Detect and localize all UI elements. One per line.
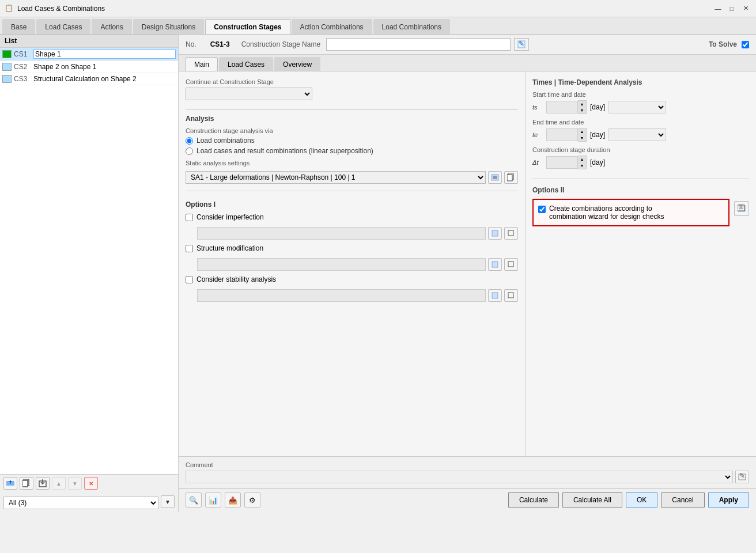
delta-input[interactable] (546, 156, 578, 169)
tab-load-cases[interactable]: Load Cases (36, 19, 90, 34)
imperfection-checkbox[interactable] (186, 214, 193, 221)
structure-mod-copy-btn[interactable] (504, 258, 518, 271)
close-btn[interactable]: ✕ (740, 3, 751, 14)
sub-tab-load-cases[interactable]: Load Cases (219, 57, 273, 71)
export-bottom-btn[interactable]: 📤 (225, 493, 241, 507)
stability-label[interactable]: Consider stability analysis (186, 275, 276, 283)
window-controls[interactable]: — □ ✕ (712, 3, 751, 14)
continue-label: Continue at Construction Stage (186, 78, 518, 85)
calculate-all-btn[interactable]: Calculate All (562, 492, 622, 508)
down-btn[interactable]: ▼ (68, 477, 82, 490)
continue-dropdown[interactable] (186, 88, 312, 100)
structure-mod-label[interactable]: Structure modification (186, 244, 263, 252)
delta-down-btn[interactable]: ▼ (578, 162, 586, 169)
te-input[interactable] (546, 128, 578, 141)
static-settings-btn[interactable] (488, 171, 502, 184)
structure-mod-checkbox[interactable] (186, 245, 193, 252)
imperfection-input[interactable] (197, 227, 486, 240)
calculate-btn[interactable]: Calculate (508, 492, 559, 508)
delta-up-btn[interactable]: ▲ (578, 156, 586, 162)
tab-actions[interactable]: Actions (92, 19, 131, 34)
item-id: CS2 (14, 63, 31, 71)
combo-wizard-label[interactable]: Create combinations according tocombinat… (538, 204, 664, 221)
structure-mod-settings-btn[interactable] (488, 258, 502, 271)
ts-date-select[interactable] (608, 101, 666, 113)
te-date-select[interactable] (608, 128, 666, 141)
table-btn[interactable]: 📊 (205, 493, 221, 507)
item-name: Structural Calculation on Shape 2 (33, 75, 176, 83)
radio-load-combinations[interactable]: Load combinations (186, 137, 518, 145)
item-name-input[interactable] (33, 50, 176, 59)
continue-section: Continue at Construction Stage (186, 78, 518, 100)
construction-analysis-label: Construction stage analysis via (186, 127, 518, 134)
analysis-section: Analysis Construction stage analysis via… (186, 115, 518, 184)
sub-tab-main[interactable]: Main (186, 57, 218, 71)
svg-text:⊞: ⊞ (738, 204, 744, 211)
static-analysis-dropdown[interactable]: SA1 - Large deformations | Newton-Raphso… (186, 171, 486, 184)
item-id: CS3 (14, 75, 31, 83)
tab-construction-stages[interactable]: Construction Stages (205, 19, 290, 34)
tab-design-situations[interactable]: Design Situations (133, 19, 204, 34)
list-item[interactable]: CS2 Shape 2 on Shape 1 (0, 61, 178, 73)
radio-load-cases-input[interactable] (186, 147, 193, 155)
delta-spinner: ▲ ▼ (546, 156, 587, 169)
cs-name-input[interactable] (326, 38, 511, 51)
stability-checkbox[interactable] (186, 276, 193, 283)
te-down-btn[interactable]: ▼ (578, 135, 586, 141)
ok-btn[interactable]: OK (626, 492, 657, 508)
imperfection-copy-btn[interactable] (504, 227, 518, 240)
ts-input[interactable] (546, 101, 578, 113)
export-btn[interactable] (36, 477, 50, 490)
add-item-btn[interactable]: + (3, 477, 17, 490)
imperfection-row: Consider imperfection (186, 213, 518, 221)
comment-select[interactable] (186, 471, 733, 483)
duration-row: Δt ▲ ▼ [day] (532, 156, 749, 169)
tab-action-combinations[interactable]: Action Combinations (292, 19, 372, 34)
list-item[interactable]: CS1 (0, 48, 178, 61)
info-row: No. CS1-3 Construction Stage Name ✎ To S… (179, 35, 756, 55)
combo-wizard-icon-btn[interactable]: ⊞ (734, 201, 749, 216)
svg-rect-17 (492, 293, 498, 298)
static-copy-btn[interactable] (504, 171, 518, 184)
options-ii-row: Create combinations according tocombinat… (532, 199, 749, 231)
tab-base[interactable]: Base (2, 19, 35, 34)
stability-input[interactable] (197, 289, 486, 302)
combo-wizard-checkbox[interactable] (538, 206, 546, 213)
tab-load-combinations[interactable]: Load Combinations (373, 19, 450, 34)
te-spinner: ▲ ▼ (546, 128, 587, 142)
imperfection-settings-btn[interactable] (488, 227, 502, 240)
ts-up-btn[interactable]: ▲ (578, 101, 586, 107)
delta-unit: [day] (590, 158, 605, 166)
stability-copy-btn[interactable] (504, 289, 518, 302)
structure-mod-input[interactable] (197, 258, 486, 271)
edit-name-btn[interactable]: ✎ (514, 38, 529, 51)
list-item[interactable]: CS3 Structural Calculation on Shape 2 (0, 73, 178, 85)
comment-icon-btn[interactable]: ✎ (735, 471, 749, 483)
cancel-btn[interactable]: Cancel (661, 492, 704, 508)
radio-group: Load combinations Load cases and result … (186, 137, 518, 155)
to-solve-checkbox[interactable] (742, 41, 749, 48)
radio-load-combinations-input[interactable] (186, 137, 193, 145)
search-btn[interactable]: 🔍 (186, 493, 202, 507)
radio-load-cases[interactable]: Load cases and result combinations (line… (186, 147, 518, 155)
up-btn[interactable]: ▲ (52, 477, 66, 490)
filter-dropdown-btn[interactable]: ▼ (161, 495, 175, 508)
delete-btn[interactable]: ✕ (84, 477, 98, 490)
filter-select[interactable]: All (3) (3, 497, 158, 509)
sub-tab-overview[interactable]: Overview (274, 57, 320, 71)
comment-row: ✎ (186, 471, 749, 483)
apply-btn[interactable]: Apply (708, 492, 749, 508)
te-up-btn[interactable]: ▲ (578, 128, 586, 135)
maximize-btn[interactable]: □ (726, 3, 738, 14)
ts-unit: [day] (590, 103, 605, 111)
stability-settings-btn[interactable] (488, 289, 502, 302)
ts-down-btn[interactable]: ▼ (578, 107, 586, 113)
delta-label: Δt (532, 159, 543, 166)
te-unit: [day] (590, 131, 605, 139)
options-ii-box: Create combinations according tocombinat… (532, 199, 729, 226)
to-solve-section: To Solve (709, 40, 749, 48)
imperfection-label[interactable]: Consider imperfection (186, 213, 264, 221)
copy-item-btn[interactable] (20, 477, 33, 490)
settings-bottom-btn[interactable]: ⚙ (244, 493, 260, 507)
minimize-btn[interactable]: — (712, 3, 724, 14)
